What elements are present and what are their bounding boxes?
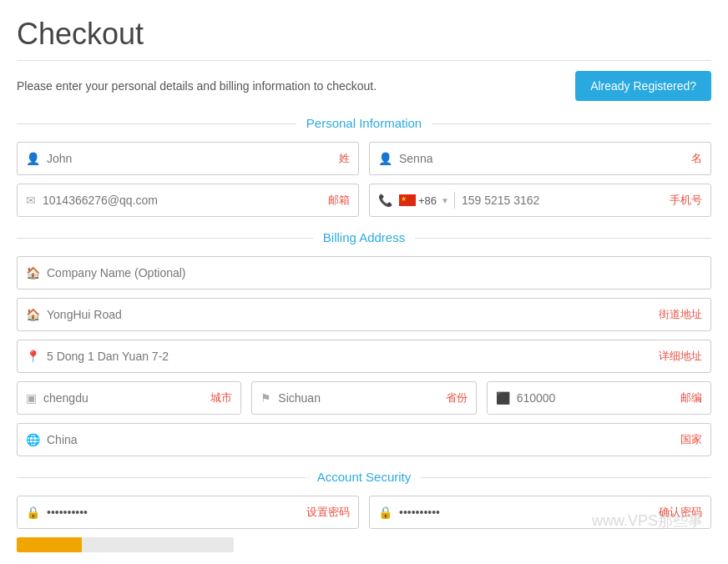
map-pin-icon: 📍 <box>26 350 40 363</box>
password-strength-area <box>17 537 711 552</box>
city-field: ▣ 城市 <box>17 381 241 415</box>
password-input[interactable] <box>47 506 301 519</box>
personal-info-heading: Personal Information <box>296 116 432 130</box>
address2-row: 📍 详细地址 <box>17 340 711 373</box>
billing-address-heading: Billing Address <box>313 230 415 244</box>
last-name-input[interactable] <box>399 152 686 165</box>
address2-input[interactable] <box>47 350 654 363</box>
state-field: ⚑ 省份 <box>251 381 476 415</box>
dropdown-arrow-icon: ▼ <box>441 196 449 205</box>
intro-row: Please enter your personal details and b… <box>17 71 711 101</box>
email-input[interactable] <box>43 194 323 207</box>
last-name-field: 👤 名 <box>369 142 711 175</box>
street-field: 🏠 街道地址 <box>17 298 711 331</box>
company-field: 🏠 <box>17 256 711 290</box>
country-field: 🌐 国家 <box>17 423 711 456</box>
building-icon: 🏠 <box>26 266 40 279</box>
china-flag <box>399 194 416 206</box>
country-row: 🌐 国家 <box>17 423 711 456</box>
street-label: 街道地址 <box>659 307 702 322</box>
email-icon: ✉ <box>26 194 36 207</box>
confirm-password-label: 确认密码 <box>659 505 702 520</box>
email-field: ✉ 邮箱 <box>17 184 359 217</box>
password-strength-bar <box>17 537 234 552</box>
email-phone-row: ✉ 邮箱 📞 +86 ▼ 手机号 <box>17 184 711 217</box>
page-wrapper: Checkout Please enter your personal deta… <box>0 0 728 564</box>
already-registered-button[interactable]: Already Registered? <box>575 71 711 101</box>
address2-label: 详细地址 <box>659 349 702 364</box>
state-icon: ⚑ <box>260 391 271 405</box>
user-icon-2: 👤 <box>378 152 392 165</box>
address2-field: 📍 详细地址 <box>17 340 711 373</box>
page-title: Checkout <box>17 17 711 61</box>
user-icon: 👤 <box>26 152 40 165</box>
zip-label: 邮编 <box>680 390 702 405</box>
billing-address-divider: Billing Address <box>17 230 711 244</box>
personal-info-divider: Personal Information <box>17 116 711 130</box>
company-input[interactable] <box>47 266 702 279</box>
state-label: 省份 <box>446 390 468 405</box>
account-security-divider: Account Security <box>17 470 711 484</box>
intro-text: Please enter your personal details and b… <box>17 79 377 93</box>
zip-input[interactable] <box>517 391 675 405</box>
phone-divider <box>454 192 455 209</box>
zip-field: ⬛ 邮编 <box>487 381 711 415</box>
country-code-selector[interactable]: +86 ▼ <box>399 194 449 207</box>
globe-icon: 🌐 <box>26 433 40 446</box>
lock-icon-1: 🔒 <box>26 506 40 519</box>
confirm-password-field: 🔒 确认密码 <box>369 496 711 529</box>
zip-icon: ⬛ <box>496 391 510 405</box>
password-row: 🔒 设置密码 🔒 确认密码 <box>17 496 711 529</box>
country-input[interactable] <box>47 433 675 446</box>
password-label: 设置密码 <box>306 505 350 520</box>
street-row: 🏠 街道地址 <box>17 298 711 331</box>
first-name-field: 👤 姓 <box>17 142 359 175</box>
country-label: 国家 <box>680 432 702 447</box>
city-label: 城市 <box>210 390 232 405</box>
company-row: 🏠 <box>17 256 711 290</box>
city-icon: ▣ <box>26 391 37 405</box>
city-state-zip-row: ▣ 城市 ⚑ 省份 ⬛ 邮编 <box>17 381 711 415</box>
street-input[interactable] <box>47 308 654 321</box>
email-label: 邮箱 <box>328 193 350 208</box>
password-field: 🔒 设置密码 <box>17 496 359 529</box>
confirm-password-input[interactable] <box>399 506 654 519</box>
state-input[interactable] <box>278 391 440 405</box>
last-name-label: 名 <box>691 151 702 166</box>
country-code-text: +86 <box>418 194 437 207</box>
lock-icon-2: 🔒 <box>378 506 392 519</box>
phone-input[interactable] <box>462 194 665 207</box>
city-input[interactable] <box>43 391 205 405</box>
phone-field: 📞 +86 ▼ 手机号 <box>369 184 711 217</box>
street-icon: 🏠 <box>26 308 40 321</box>
name-row: 👤 姓 👤 名 <box>17 142 711 175</box>
phone-label: 手机号 <box>670 193 702 208</box>
account-security-heading: Account Security <box>307 470 422 484</box>
phone-icon: 📞 <box>378 194 392 207</box>
first-name-label: 姓 <box>339 151 350 166</box>
first-name-input[interactable] <box>47 152 334 165</box>
